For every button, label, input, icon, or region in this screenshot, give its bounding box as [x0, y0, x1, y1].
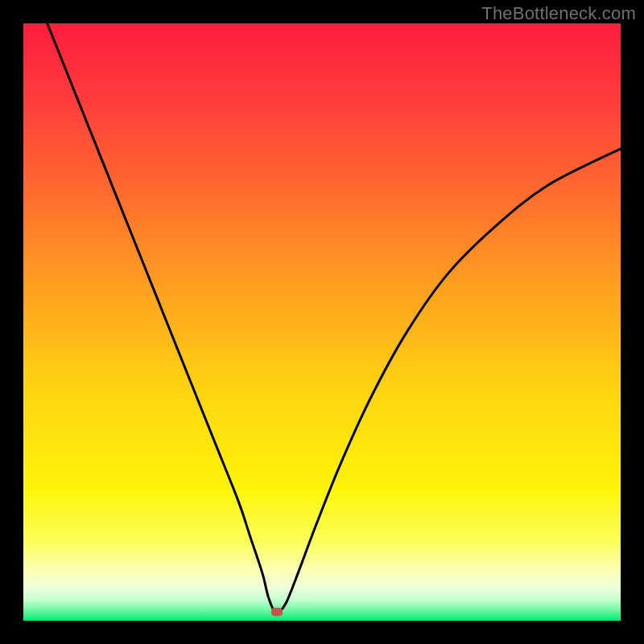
chart-frame [23, 23, 621, 621]
watermark-text: TheBottleneck.com [481, 3, 636, 24]
minimum-marker [271, 608, 283, 616]
bottleneck-chart [23, 23, 621, 621]
gradient-background [23, 23, 621, 621]
